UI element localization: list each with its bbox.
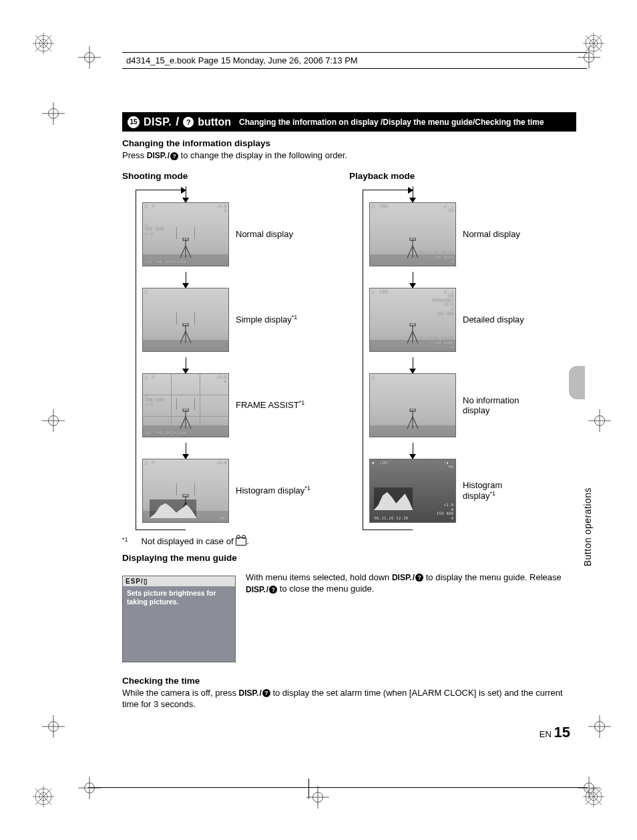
help-icon: ? <box>183 117 194 128</box>
display-preview: ▣ [IN] ▯▮ ☆ HQ '06.11.26 12:30 ▭ 100-000… <box>369 202 456 266</box>
disp-help-button-inline: DISP./? <box>239 688 270 698</box>
button-word: button <box>198 116 231 128</box>
register-mark-icon <box>48 108 59 119</box>
tripod-icon <box>178 323 193 345</box>
arrow-down-icon <box>413 357 413 373</box>
disp-label: DISP. <box>144 116 172 128</box>
section-side-label: Button operations <box>582 487 593 566</box>
display-preview: ▣ <box>142 288 229 352</box>
menu-guide-text: With menu items selected, hold down DISP… <box>246 572 576 595</box>
display-preview: ▣ P +2.0 [IN] <box>142 459 229 523</box>
checking-time-text: While the camera is off, press DISP./? t… <box>122 687 576 710</box>
menu-guide-row: ESP/▯ Sets picture brightness for taking… <box>122 572 576 669</box>
svg-line-25 <box>180 246 186 258</box>
header-stamp-text: d4314_15_e.book Page 15 Monday, June 26,… <box>126 55 587 65</box>
register-mark-icon <box>594 721 605 732</box>
header-stamp: d4314_15_e.book Page 15 Monday, June 26,… <box>122 52 587 69</box>
arrow-down-icon <box>186 272 186 288</box>
svg-line-56 <box>413 417 418 429</box>
arrow-down-icon <box>413 272 413 288</box>
svg-line-45 <box>407 246 413 258</box>
menu-guide-top: ESP/▯ <box>123 576 235 586</box>
menu-guide-blurb: Sets picture brightness for taking pictu… <box>123 586 235 609</box>
arrow-down-icon <box>413 186 413 202</box>
display-preview: ▣ [IN] ▯▮ ☆ HQ +2.0 ❀ ISO 400 4 '06.11.2… <box>369 459 456 523</box>
register-mark-icon <box>48 415 59 426</box>
shoot-entry-frame-assist: ▣ P +2.0 ⊘ ❀ ISO 1600 ▭ ⏲ [4] HQ 3072×23… <box>136 373 336 437</box>
caption: FRAME ASSIST*1 <box>236 399 304 410</box>
arrow-down-icon <box>186 443 186 459</box>
shoot-entry-histogram: ▣ P +2.0 [IN] Histogram display*1 <box>136 459 336 523</box>
display-preview: ▣ P +2.0 ⊘ ❀ ISO 1600 ▭ ⏲ [4] HQ 3072×23… <box>142 202 229 266</box>
svg-line-31 <box>186 331 191 343</box>
movie-mode-icon <box>236 538 246 546</box>
crop-mark-icon <box>32 785 55 808</box>
step-number-icon: 15 <box>128 116 140 128</box>
playback-mode-title: Playback mode <box>349 171 576 181</box>
slash-icon: / <box>176 115 179 129</box>
page-number: EN 15 <box>540 724 570 741</box>
register-mark-icon <box>584 783 594 793</box>
register-mark-icon <box>594 415 605 426</box>
shooting-mode-col: Shooting mode ▣ P +2.0 ⊘ ❀ ISO 160 <box>122 171 349 534</box>
disp-help-button-inline: DISP./? <box>392 572 423 583</box>
display-preview: ▣ [IN] ▯▮ ☆ HQ 3072×2304 +2.0 ❀ ISO 400 … <box>369 288 456 352</box>
content-area: 15 DISP. / ? button Changing the informa… <box>122 112 576 712</box>
crop-line <box>308 779 309 799</box>
tripod-icon <box>405 409 420 430</box>
svg-line-50 <box>407 331 413 343</box>
play-entry-histogram: ▣ [IN] ▯▮ ☆ HQ +2.0 ❀ ISO 400 4 '06.11.2… <box>363 459 563 523</box>
section-heading-bar: 15 DISP. / ? button Changing the informa… <box>122 112 576 132</box>
caption: Histogram display*1 <box>463 480 502 501</box>
subheading-changing-info: Changing the information displays <box>122 138 576 148</box>
playback-cycle: ▣ [IN] ▯▮ ☆ HQ '06.11.26 12:30 ▭ 100-000… <box>363 186 563 534</box>
page: d4314_15_e.book Page 15 Monday, June 26,… <box>0 0 637 840</box>
subheading-menu-guide: Displaying the menu guide <box>122 553 576 563</box>
caption: Detailed display <box>463 314 524 325</box>
play-entry-detailed: ▣ [IN] ▯▮ ☆ HQ 3072×2304 +2.0 ❀ ISO 400 … <box>363 288 563 352</box>
disp-help-button-inline: DISP./? <box>147 150 178 161</box>
svg-line-26 <box>186 246 191 258</box>
footnote: *1 Not displayed in case of . <box>122 536 576 546</box>
caption: No information display <box>463 395 543 415</box>
crop-mark-icon <box>32 32 55 55</box>
svg-line-35 <box>180 417 186 429</box>
crop-line <box>88 787 588 788</box>
arrow-down-icon <box>186 357 186 373</box>
shoot-entry-simple: ▣ Simple display*1 <box>136 288 336 352</box>
display-preview: ▣ P +2.0 ⊘ ❀ ISO 1600 ▭ ⏲ [4] HQ 3072×23… <box>142 373 229 437</box>
play-entry-noinfo: ▣ No information display <box>363 373 563 437</box>
modes-row: Shooting mode ▣ P +2.0 ⊘ ❀ ISO 160 <box>122 171 576 534</box>
svg-line-55 <box>407 417 413 429</box>
shooting-cycle: ▣ P +2.0 ⊘ ❀ ISO 1600 ▭ ⏲ [4] HQ 3072×23… <box>136 186 336 534</box>
caption: Histogram display*1 <box>236 485 310 495</box>
playback-mode-col: Playback mode ▣ [IN] ▯▮ ☆ HQ '06.11.26 1… <box>349 171 576 534</box>
histogram-icon <box>150 499 196 518</box>
tripod-icon <box>178 409 193 430</box>
crop-mark-icon <box>582 32 605 55</box>
shoot-entry-normal: ▣ P +2.0 ⊘ ❀ ISO 1600 ▭ ⏲ [4] HQ 3072×23… <box>136 202 336 266</box>
histogram-icon <box>374 487 413 510</box>
arrow-down-icon <box>413 443 413 459</box>
register-mark-icon <box>84 783 95 793</box>
subheading-checking-time: Checking the time <box>122 676 576 686</box>
register-mark-icon <box>84 52 95 63</box>
disp-help-button-inline: DISP./? <box>246 584 277 595</box>
display-preview: ▣ <box>369 373 456 437</box>
register-mark-icon <box>312 792 323 803</box>
play-entry-normal: ▣ [IN] ▯▮ ☆ HQ '06.11.26 12:30 ▭ 100-000… <box>363 202 563 266</box>
caption: Normal display <box>463 229 520 239</box>
menu-guide-preview: ESP/▯ Sets picture brightness for taking… <box>122 576 236 662</box>
svg-line-30 <box>180 331 186 343</box>
svg-line-36 <box>186 417 191 429</box>
changing-info-text: Press DISP./? to change the display in t… <box>122 150 576 162</box>
caption: Normal display <box>236 229 293 239</box>
arrow-down-icon <box>186 186 186 202</box>
caption: Simple display*1 <box>236 314 297 325</box>
tripod-icon <box>178 238 193 259</box>
register-mark-icon <box>48 721 59 732</box>
shooting-mode-title: Shooting mode <box>122 171 349 181</box>
section-heading-desc: Changing the information on display /Dis… <box>239 118 544 127</box>
